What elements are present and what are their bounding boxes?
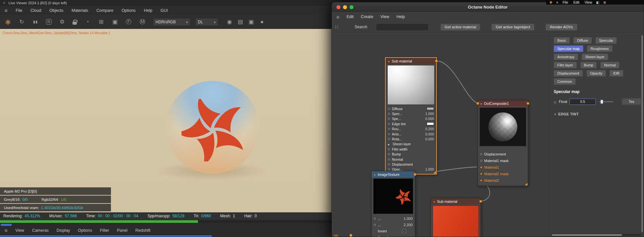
output-socket[interactable] — [350, 234, 352, 237]
input-socket[interactable] — [388, 138, 390, 140]
hamburger-icon[interactable]: ≡ — [556, 1, 558, 4]
slider-handle[interactable] — [601, 100, 603, 104]
panel-tab[interactable]: Roughness — [587, 45, 612, 52]
pause-icon[interactable]: ▮▮ — [32, 18, 39, 26]
float-slider[interactable] — [599, 101, 613, 102]
panel-tab[interactable]: Normal — [600, 62, 619, 68]
node-header[interactable]: OctComposite1 — [478, 100, 528, 107]
input-socket[interactable] — [480, 173, 482, 175]
render-layer-icon[interactable]: ◉ — [226, 18, 233, 26]
menu-item[interactable]: Create — [361, 14, 373, 19]
collapse-icon[interactable] — [388, 59, 390, 63]
input-socket[interactable] — [388, 163, 390, 165]
node-sub-material-2[interactable]: Sub material — [431, 198, 481, 237]
vertical-scrollbar[interactable] — [641, 35, 643, 232]
panel-tab[interactable]: Bump — [580, 62, 597, 68]
resize-handle[interactable] — [433, 171, 436, 174]
focus-picker-icon[interactable]: Ⓕ — [125, 18, 132, 26]
invert-checkbox[interactable] — [402, 229, 406, 233]
panel-tab[interactable]: Specular map — [554, 45, 583, 52]
film-strip-icon[interactable]: ▤ — [237, 18, 244, 26]
menu-item[interactable]: Display — [56, 228, 70, 233]
collapse-icon[interactable] — [433, 200, 435, 203]
panel-tab[interactable]: Diffuse — [573, 37, 592, 44]
toolbar-button[interactable]: Render AOVs — [546, 24, 577, 31]
camera-icon[interactable]: ▣ — [248, 18, 254, 26]
hamburger-icon[interactable] — [5, 227, 8, 233]
record-icon[interactable]: ● — [259, 18, 265, 26]
menu-item[interactable]: Edit — [573, 0, 579, 4]
menu-item[interactable]: Panel — [117, 228, 127, 233]
octane-logo-icon[interactable]: ∗ — [5, 18, 11, 26]
zoom-button[interactable] — [350, 5, 354, 9]
toolbar-button[interactable]: Get active material — [440, 24, 481, 31]
output-socket[interactable] — [479, 200, 482, 203]
input-socket[interactable] — [476, 102, 479, 105]
panel-tab[interactable]: IOR — [610, 70, 623, 77]
menu-item[interactable]: Cameras — [32, 228, 49, 233]
panel-tab[interactable]: Specular — [595, 37, 617, 44]
nodes-icon[interactable] — [335, 24, 338, 30]
input-socket[interactable] — [480, 179, 482, 181]
panel-tab[interactable]: Anisotropy — [554, 54, 578, 60]
param-value[interactable]: 0.500 — [425, 117, 434, 121]
menu-item[interactable]: GUI — [161, 8, 168, 13]
panel-tab[interactable]: Opacity — [587, 70, 606, 77]
input-socket[interactable] — [374, 218, 376, 220]
panel-tab[interactable]: Basic — [554, 37, 570, 44]
input-socket[interactable] — [388, 133, 390, 135]
lock-icon[interactable] — [73, 22, 77, 25]
menu-item[interactable]: Help — [144, 8, 152, 13]
app-logo-icon[interactable]: ∗ — [549, 0, 552, 5]
picture-in-picture-icon[interactable]: ▣ — [112, 18, 118, 26]
float-value-input[interactable] — [569, 99, 596, 105]
close-icon[interactable] — [3, 1, 5, 5]
close-button[interactable] — [336, 5, 340, 9]
collapse-icon[interactable] — [374, 173, 376, 177]
display-icon[interactable]: ◧ — [596, 1, 599, 4]
input-socket[interactable] — [388, 168, 390, 170]
scrollbar-thumb[interactable] — [552, 234, 622, 236]
menu-item[interactable]: Cloud — [31, 8, 41, 13]
menu-item[interactable]: Options — [121, 8, 136, 13]
material-ball-icon[interactable]: ◔ — [84, 18, 91, 26]
resize-handle[interactable] — [525, 183, 527, 185]
input-socket[interactable] — [388, 118, 390, 120]
horizontal-scrollbar[interactable] — [1, 224, 12, 226]
node-imagetexture[interactable]: ImageTexture — [371, 171, 415, 237]
input-socket[interactable] — [388, 123, 390, 125]
edge-tint-section[interactable]: EDGE TINT — [550, 111, 644, 116]
menu-item[interactable]: Options — [78, 228, 92, 233]
material-picker-icon[interactable]: Ⓜ — [139, 18, 146, 26]
menu-item[interactable]: View — [380, 14, 389, 19]
search-input[interactable] — [376, 24, 428, 30]
collapse-icon[interactable] — [480, 102, 482, 106]
render-mode-dropdown[interactable]: DL — [195, 18, 218, 26]
menu-item[interactable]: View — [585, 0, 592, 4]
minimize-button[interactable] — [343, 5, 347, 9]
menu-item[interactable]: Objects — [50, 8, 63, 13]
menu-item[interactable]: Edit — [347, 14, 354, 19]
input-socket[interactable] — [388, 142, 391, 146]
param-value[interactable]: 0.000 — [425, 137, 434, 141]
render-viewport[interactable]: Check:0ms,0ms, MeshGen:0ms, Update[M]:0m… — [0, 29, 341, 212]
panel-tab[interactable]: Displacement — [554, 70, 583, 77]
panel-tab[interactable]: Film layer — [554, 62, 577, 68]
menu-item[interactable]: Compare — [97, 8, 113, 13]
hamburger-icon[interactable] — [336, 14, 339, 20]
menu-item[interactable]: Materials — [72, 8, 88, 13]
input-socket[interactable] — [480, 153, 482, 155]
param-value[interactable]: 1.000 — [425, 112, 434, 116]
colorspace-dropdown[interactable]: HDR/sRGB — [153, 18, 190, 26]
node-header[interactable]: Sub material — [386, 58, 436, 64]
hamburger-icon[interactable] — [5, 8, 8, 13]
color-swatch[interactable] — [427, 122, 434, 125]
node-header[interactable]: Sub material — [431, 198, 481, 204]
param-value[interactable]: 0.000 — [425, 132, 434, 136]
input-socket[interactable] — [388, 148, 390, 150]
settings-gear-icon[interactable]: ⚙ — [59, 18, 65, 26]
input-socket[interactable] — [388, 158, 390, 160]
refresh-icon[interactable]: ↻ — [18, 18, 25, 26]
timeline-scrollbar[interactable] — [0, 235, 212, 237]
menu-item[interactable]: View — [15, 228, 24, 233]
